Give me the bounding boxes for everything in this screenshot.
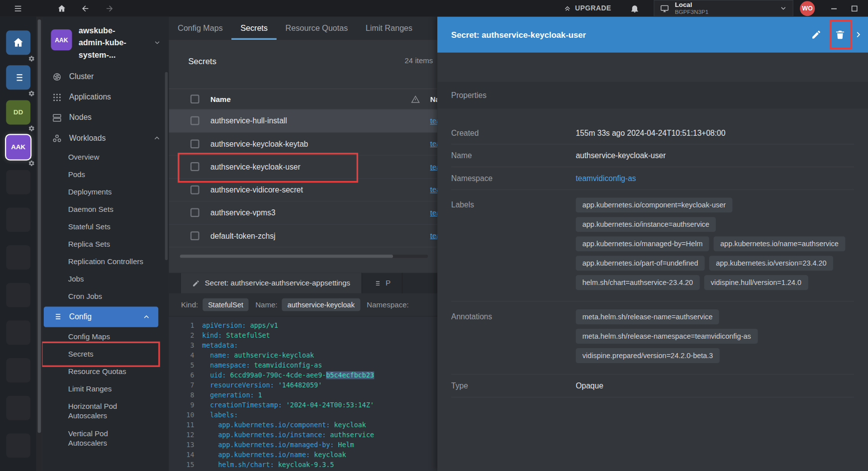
table-header-row: Name Namespace [169,89,437,109]
sidebar-item-daemon-sets[interactable]: Daemon Sets [42,200,169,218]
forward-button[interactable] [104,3,114,13]
icon-bar-scrollbar[interactable] [36,16,42,471]
secret-row-authservice-keycloak-keytab[interactable]: authservice-keycloak-keytabteamvidiconfi… [169,133,437,156]
namespace-link[interactable]: teamvidiconfig-as [430,208,437,217]
chevron-down-icon [779,4,787,12]
secret-row-authservice-vpms3[interactable]: authservice-vpms3teamvidiconfig-as [169,201,437,224]
home-button[interactable] [57,3,67,13]
tab-resource-quotas[interactable]: Resource Quotas [277,16,357,40]
sidebar-item-applications[interactable]: Applications [42,87,169,107]
sidebar-item-vertical-pod-autoscalers[interactable]: Vertical Pod Autoscalers [42,425,169,452]
sidebar-item-replication-controllers[interactable]: Replication Controllers [42,253,169,271]
line-number: 12 [169,430,194,440]
back-button[interactable] [81,3,90,13]
secret-name: authservice-keycloak-keytab [210,139,308,148]
metadata-chip: vidispine.prepared/version=24.2.0-beta.3 [576,348,719,363]
column-header-namespace[interactable]: Namespace [430,95,437,103]
sidebar-item-config[interactable]: Config [44,306,158,327]
sidebar-item-resource-quotas[interactable]: Resource Quotas [42,363,169,380]
horizontal-scrollbar[interactable] [180,255,428,258]
namespace-link[interactable]: teamvidiconfig-as [430,231,437,240]
sidebar-item-secrets[interactable]: Secrets [42,345,169,363]
sidebar-item-workloads[interactable]: Workloads [42,128,169,148]
tab-config-maps[interactable]: Config Maps [169,16,231,40]
metadata-chip: meta.helm.sh/release-namespace=teamvidic… [576,329,758,344]
notifications-bell-icon[interactable] [630,3,639,13]
property-label: Labels [451,196,576,294]
cluster-switcher[interactable]: AAK awskube- admin-kube- system-... [42,16,169,66]
gear-icon[interactable] [28,125,35,132]
drawer-title: Secret: authservice-keycloak-user [451,30,798,39]
maximize-button[interactable] [850,3,859,13]
editor-meta-value: authservice-keycloak [282,298,360,311]
property-row-type: TypeOpaque [451,375,854,397]
tab-secrets[interactable]: Secrets [232,16,277,40]
row-checkbox[interactable] [191,139,199,148]
chevron-down-icon [153,39,161,47]
property-row-created: Created155m 33s ago 2024-04-24T10:51:13+… [451,122,854,145]
row-checkbox[interactable] [191,231,199,240]
dock-tab-secret-edit[interactable]: Secret: authservice-authservice-appsetti… [181,273,362,293]
edit-pencil-icon[interactable] [811,29,821,40]
editor-meta-label: Kind: [181,300,198,309]
cluster-tile-face[interactable] [6,65,30,90]
nodes-icon [52,112,62,122]
sidebar-item-deployments[interactable]: Deployments [42,183,169,200]
cluster-tile-face[interactable] [6,30,30,55]
gear-icon[interactable] [28,90,35,96]
upgrade-button[interactable]: UPGRADE [564,4,611,12]
dock-tab-second[interactable]: P [362,273,402,293]
secret-row-default-token-zchsj[interactable]: default-token-zchsjteamvidiconfig-as [169,224,437,247]
secret-row-authservice-hull-install[interactable]: authservice-hull-installteamvidiconfig-a… [169,109,437,132]
close-drawer-icon[interactable] [853,30,864,39]
device-id: BGPF3N3P1 [675,9,774,15]
delete-trash-icon[interactable] [835,29,845,40]
sidebar-item-replica-sets[interactable]: Replica Sets [42,236,169,253]
user-avatar[interactable]: WO [800,1,815,16]
cluster-tile-cluster-dd[interactable]: DD [6,100,30,124]
secret-row-authservice-keycloak-user[interactable]: authservice-keycloak-userteamvidiconfig-… [169,156,437,179]
metadata-chip: helm.sh/chart=authservice-23.4.20 [576,275,699,290]
gear-icon[interactable] [28,160,35,167]
namespace-link[interactable]: teamvidiconfig-as [430,163,437,171]
namespace-link[interactable]: teamvidiconfig-as [430,186,437,194]
row-checkbox[interactable] [191,208,199,217]
secret-row-authservice-vidicore-secret[interactable]: authservice-vidicore-secretteamvidiconfi… [169,179,437,201]
tab-limit-ranges[interactable]: Limit Ranges [357,16,421,40]
sidebar-item-pods[interactable]: Pods [42,166,169,183]
cluster-tile-catalog[interactable] [6,65,30,90]
app-window: UPGRADE Local BGPF3N3P1 WO DDAAK AAK aws… [0,0,868,471]
sidebar-scrollbar[interactable] [165,72,168,260]
sidebar-item-label: Nodes [69,112,92,123]
cluster-tile-face[interactable]: AAK [6,135,30,160]
cluster-tile-face[interactable]: DD [6,100,30,124]
minimize-button[interactable] [829,3,839,13]
sidebar-item-horizontal-pod-autoscalers[interactable]: Horizontal Pod Autoscalers [42,398,169,425]
sidebar-item-overview[interactable]: Overview [42,148,169,166]
gear-icon[interactable] [28,55,35,62]
column-header-name[interactable]: Name [210,95,231,103]
section-title: Properties [437,82,868,108]
row-checkbox[interactable] [191,162,199,171]
secret-name: authservice-keycloak-user [210,162,300,171]
device-selector[interactable]: Local BGPF3N3P1 [654,0,793,16]
sidebar-item-cluster[interactable]: Cluster [42,67,169,87]
sidebar-item-cron-jobs[interactable]: Cron Jobs [42,288,169,305]
sidebar-item-jobs[interactable]: Jobs [42,271,169,288]
property-text: Opaque [576,381,603,390]
device-name: Local [675,1,774,9]
sidebar-item-config-maps[interactable]: Config Maps [42,328,169,345]
sidebar-item-stateful-sets[interactable]: Stateful Sets [42,218,169,235]
cluster-tile-home[interactable] [6,30,30,55]
menu-icon[interactable] [13,3,23,13]
namespace-link[interactable]: teamvidiconfig-as [430,117,437,125]
row-checkbox[interactable] [191,186,199,194]
sidebar-item-nodes[interactable]: Nodes [42,107,169,128]
namespace-link[interactable]: teamvidiconfig-as [430,140,437,148]
row-checkbox[interactable] [191,116,199,125]
namespace-link[interactable]: teamvidiconfig-as [576,174,636,183]
drawer-header: Secret: authservice-keycloak-user [437,16,868,52]
select-all-checkbox[interactable] [191,94,199,103]
sidebar-item-limit-ranges[interactable]: Limit Ranges [42,380,169,398]
cluster-tile-cluster-aak[interactable]: AAK [6,135,30,160]
